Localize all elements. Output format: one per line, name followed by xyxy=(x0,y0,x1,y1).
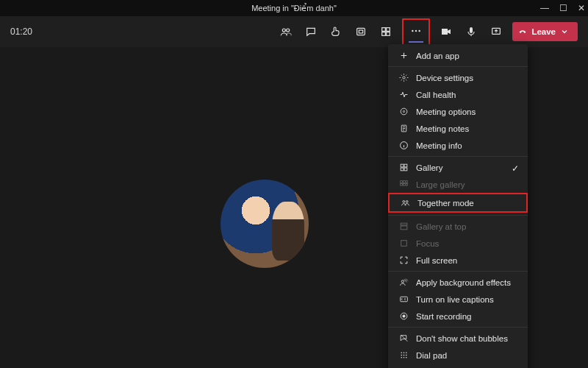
camera-button[interactable] xyxy=(437,23,455,40)
captions-icon xyxy=(398,294,409,304)
menu-label: Start recording xyxy=(416,312,471,321)
svg-rect-7 xyxy=(387,32,390,36)
gear-icon xyxy=(398,73,409,82)
menu-item-focus: Focus xyxy=(388,235,528,252)
menu-label: Apply background effects xyxy=(416,278,511,287)
svg-point-40 xyxy=(401,355,402,356)
more-actions-highlight xyxy=(402,18,430,46)
menu-label: Call health xyxy=(416,91,456,99)
menu-item-full-screen[interactable]: Full screen xyxy=(388,252,528,269)
menu-separator xyxy=(388,271,528,272)
menu-label: Together mode xyxy=(417,199,474,208)
notes-icon xyxy=(398,124,409,133)
menu-item-gallery[interactable]: Gallery ✓ xyxy=(388,159,528,176)
menu-item-chat-bubbles[interactable]: Don't show chat bubbles xyxy=(388,330,528,347)
menu-item-call-health[interactable]: Call health xyxy=(388,86,528,103)
svg-point-29 xyxy=(406,201,408,203)
svg-rect-21 xyxy=(404,168,407,171)
pulse-icon xyxy=(398,90,409,99)
maximize-icon[interactable]: ☐ xyxy=(559,4,567,13)
menu-label: Gallery at top xyxy=(416,222,466,231)
svg-point-8 xyxy=(412,29,414,31)
menu-item-together-mode[interactable]: Together mode xyxy=(388,193,528,213)
menu-label: Don't show chat bubbles xyxy=(416,334,508,343)
focus-icon xyxy=(398,238,409,248)
meeting-timer: 01:20 xyxy=(10,26,32,37)
svg-rect-22 xyxy=(400,181,402,183)
menu-label: Add an app xyxy=(416,52,459,60)
svg-rect-6 xyxy=(382,32,386,36)
leave-button[interactable]: Leave xyxy=(512,22,578,41)
dialpad-icon xyxy=(398,350,409,360)
gallery-icon xyxy=(398,163,409,172)
menu-separator xyxy=(388,215,528,216)
close-icon[interactable]: ✕ xyxy=(578,4,585,13)
leave-label: Leave xyxy=(531,27,556,36)
menu-item-live-captions[interactable]: Turn on live captions xyxy=(388,291,528,308)
menu-item-gallery-top: Gallery at top xyxy=(388,218,528,235)
window-controls: — ☐ ✕ xyxy=(540,0,585,16)
rooms-button[interactable] xyxy=(352,23,370,40)
svg-point-41 xyxy=(403,355,404,356)
window-title: Meeting in "Điểm danh" xyxy=(251,4,337,13)
svg-point-0 xyxy=(283,29,286,32)
large-gallery-icon xyxy=(398,180,409,189)
share-button[interactable] xyxy=(487,23,505,40)
options-icon xyxy=(398,107,409,116)
menu-item-add-app[interactable]: Add an app xyxy=(388,47,528,64)
svg-rect-18 xyxy=(401,164,404,167)
svg-rect-30 xyxy=(401,223,407,225)
plus-icon xyxy=(398,51,409,60)
participants-button[interactable] xyxy=(277,23,295,40)
svg-rect-2 xyxy=(357,28,365,35)
check-icon: ✓ xyxy=(512,163,519,174)
svg-point-1 xyxy=(287,29,290,32)
background-icon xyxy=(398,277,409,287)
menu-item-device-settings[interactable]: Device settings xyxy=(388,69,528,86)
menu-label: Focus xyxy=(416,239,439,248)
menu-item-large-gallery: Large gallery xyxy=(388,176,528,193)
svg-point-13 xyxy=(402,77,404,79)
menu-label: Meeting options xyxy=(416,107,476,116)
menu-label: Meeting info xyxy=(416,141,462,150)
menu-item-meeting-info[interactable]: Meeting info xyxy=(388,137,528,154)
mic-button[interactable] xyxy=(462,23,480,40)
menu-item-background[interactable]: Apply background effects xyxy=(388,274,528,291)
menu-item-incoming-video[interactable]: Turn off incoming video xyxy=(388,364,528,368)
svg-point-36 xyxy=(402,315,404,317)
menu-item-meeting-notes[interactable]: Meeting notes xyxy=(388,120,528,137)
menu-separator xyxy=(388,156,528,157)
svg-rect-31 xyxy=(401,226,407,230)
minimize-icon[interactable]: — xyxy=(540,4,549,13)
svg-point-37 xyxy=(401,352,402,353)
more-actions-menu: Add an app Device settings Call health M… xyxy=(388,44,528,368)
menu-label: Large gallery xyxy=(416,180,465,189)
menu-item-dial-pad[interactable]: Dial pad xyxy=(388,347,528,364)
chat-button[interactable] xyxy=(302,23,320,40)
svg-point-33 xyxy=(401,280,404,283)
fullscreen-icon xyxy=(398,255,409,265)
menu-item-meeting-options[interactable]: Meeting options xyxy=(388,103,528,120)
svg-rect-4 xyxy=(382,28,386,32)
apps-button[interactable] xyxy=(377,23,395,40)
svg-rect-24 xyxy=(406,181,407,183)
svg-rect-11 xyxy=(470,27,473,33)
menu-label: Turn on live captions xyxy=(416,295,494,304)
svg-point-28 xyxy=(402,201,404,203)
reactions-button[interactable] xyxy=(327,23,345,40)
svg-rect-20 xyxy=(401,168,404,171)
svg-rect-27 xyxy=(406,183,407,185)
toolbar-right: Leave xyxy=(277,16,578,47)
svg-point-9 xyxy=(415,29,417,31)
chevron-down-icon xyxy=(560,27,569,36)
svg-point-39 xyxy=(405,352,406,353)
svg-point-43 xyxy=(401,357,402,358)
svg-rect-19 xyxy=(404,164,407,167)
svg-point-44 xyxy=(403,357,404,358)
menu-label: Gallery xyxy=(416,163,442,172)
menu-item-start-recording[interactable]: Start recording xyxy=(388,308,528,325)
more-actions-button[interactable] xyxy=(407,22,425,40)
gallery-top-icon xyxy=(398,222,409,231)
svg-point-15 xyxy=(403,110,404,112)
svg-point-45 xyxy=(405,357,406,358)
